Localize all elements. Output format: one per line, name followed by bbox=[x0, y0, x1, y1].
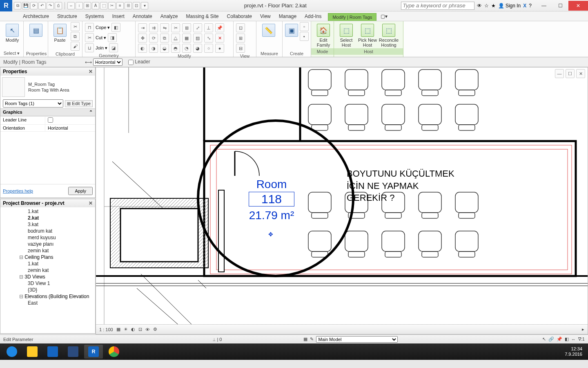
qat-save-icon[interactable]: 💾 bbox=[22, 2, 29, 9]
copy-icon[interactable]: ⧉ bbox=[71, 32, 80, 41]
array-icon[interactable]: ⊞ bbox=[182, 23, 191, 32]
browser-item[interactable]: bodrum kat bbox=[0, 228, 95, 234]
props-section-graphics[interactable]: Graphics⌃ bbox=[0, 108, 95, 116]
signin-button[interactable]: 👤 Sign In bbox=[498, 3, 521, 9]
browser-item[interactable]: 3.kat bbox=[0, 221, 95, 228]
apply-button[interactable]: Apply bbox=[68, 187, 93, 195]
cut-icon[interactable]: ✂ bbox=[71, 22, 80, 31]
qat-thin-icon[interactable]: ≡ bbox=[116, 2, 124, 9]
pin-icon[interactable]: 📌 bbox=[215, 23, 224, 32]
mod-c-icon[interactable]: ◒ bbox=[160, 44, 169, 53]
create-a-icon[interactable]: ▫ bbox=[300, 22, 309, 31]
infocenter-icon[interactable]: 👁 bbox=[477, 3, 482, 9]
mod-f-icon[interactable]: ◕ bbox=[193, 44, 202, 53]
browser-item[interactable]: {3D} bbox=[0, 287, 95, 293]
design-option-select[interactable]: Main Model bbox=[316, 336, 398, 343]
browser-item[interactable]: vaziye planı bbox=[0, 241, 95, 247]
instance-selector[interactable]: Room Tags (1) bbox=[3, 99, 63, 108]
minimize-button[interactable]: — bbox=[536, 1, 552, 11]
taskbar-clock[interactable]: 12:347.9.2016 bbox=[565, 346, 586, 357]
leader-checkbox-label[interactable]: Leader bbox=[128, 59, 150, 65]
help-icon[interactable]: ? bbox=[529, 3, 532, 9]
mod-h-icon[interactable]: ● bbox=[215, 44, 224, 53]
align-icon[interactable]: ⇥ bbox=[138, 23, 147, 32]
room-number[interactable]: 118 bbox=[249, 192, 294, 206]
taskbar-app2[interactable] bbox=[64, 345, 82, 359]
taskbar-ie[interactable] bbox=[2, 345, 21, 359]
close-button[interactable]: ✕ bbox=[568, 1, 588, 11]
qat-tag-icon[interactable]: ⊞ bbox=[84, 2, 91, 9]
browser-item[interactable]: merd kuyusu bbox=[0, 234, 95, 241]
split-icon[interactable]: ✂ bbox=[171, 23, 180, 32]
tab-modify-roomtags[interactable]: Modify | Room Tags bbox=[328, 13, 376, 21]
create-b-icon[interactable]: ▪ bbox=[300, 32, 309, 41]
tab-insert[interactable]: Insert bbox=[108, 12, 129, 21]
vc-style-icon[interactable]: ☀ bbox=[124, 327, 128, 332]
tab-addins[interactable]: Add-Ins bbox=[301, 12, 325, 21]
sb-select-icon[interactable]: ↖ bbox=[542, 337, 546, 342]
orientation-select[interactable]: Horizontal bbox=[93, 58, 122, 66]
ungroup-icon[interactable]: ▨ bbox=[193, 34, 202, 43]
mod-d-icon[interactable]: ◓ bbox=[171, 44, 180, 53]
browser-item[interactable]: East bbox=[0, 300, 95, 306]
matchtype-icon[interactable]: 🖌 bbox=[71, 42, 80, 51]
taskbar-revit[interactable]: R bbox=[84, 345, 103, 359]
qat-text-icon[interactable]: A bbox=[92, 2, 99, 9]
browser-item[interactable]: 3D View 1 bbox=[0, 280, 95, 287]
tab-structure[interactable]: Structure bbox=[53, 12, 81, 21]
cutgeom-icon[interactable]: ✂ bbox=[85, 33, 94, 42]
scale-icon[interactable]: ⤢ bbox=[193, 23, 202, 32]
edit-type-button[interactable]: ⊞ Edit Type bbox=[65, 100, 93, 107]
view-c-icon[interactable]: ⊟ bbox=[236, 44, 245, 53]
type-selector[interactable]: M_Room TagRoom Tag With Area bbox=[0, 76, 95, 99]
sb-face-icon[interactable]: ◧ bbox=[565, 337, 569, 342]
search-input[interactable] bbox=[401, 2, 474, 10]
view-scale[interactable]: 1 : 100 bbox=[99, 327, 113, 332]
browser-item[interactable]: zemin kat bbox=[0, 267, 95, 274]
leader-checkbox[interactable] bbox=[128, 60, 134, 65]
browser-item[interactable]: 2.kat bbox=[0, 215, 95, 221]
rotate-icon[interactable]: ⟳ bbox=[149, 34, 158, 43]
taskbar-chrome[interactable] bbox=[105, 345, 123, 359]
sb-drag-icon[interactable]: ↔ bbox=[571, 337, 576, 342]
join-icon[interactable]: ⊔ bbox=[85, 43, 94, 52]
edit-family-button[interactable]: 🏠Edit Family bbox=[314, 22, 333, 47]
extend-icon[interactable]: ⤡ bbox=[204, 34, 213, 43]
qat-open-icon[interactable]: ⧉ bbox=[14, 2, 21, 9]
drawing-canvas[interactable]: Room 118 21.79 m² ✥ BOYUTUNU KÜÇÜLTMEK İ… bbox=[96, 67, 588, 334]
favorite-icon[interactable]: ★ bbox=[491, 3, 496, 9]
qat-sync-icon[interactable]: ⟳ bbox=[30, 2, 38, 9]
editreq-icon[interactable]: ✎ bbox=[310, 337, 314, 342]
tab-collaborate[interactable]: Collaborate bbox=[223, 12, 256, 21]
vc-crop-icon[interactable]: ⊡ bbox=[138, 327, 142, 332]
cope-icon[interactable]: ⊓ bbox=[85, 23, 94, 32]
qat-redo-icon[interactable]: ↷ bbox=[47, 2, 54, 9]
viewnav-max-icon[interactable]: ☐ bbox=[566, 69, 575, 78]
qat-measure-icon[interactable]: ↔ bbox=[67, 2, 75, 9]
tab-massing[interactable]: Massing & Site bbox=[182, 12, 223, 21]
ribbon-collapse-icon[interactable]: ▢▾ bbox=[376, 12, 392, 21]
leaderline-checkbox[interactable] bbox=[48, 117, 53, 123]
reconcile-button[interactable]: ⬚Reconcile Hosting bbox=[379, 22, 399, 47]
properties-button[interactable]: ▤ bbox=[26, 22, 46, 37]
copy-mod-icon[interactable]: ⧉ bbox=[160, 34, 169, 43]
view-b-icon[interactable]: ⊞ bbox=[236, 34, 245, 43]
modify-tool-button[interactable]: ↖Modify bbox=[2, 22, 22, 43]
browser-item[interactable]: zemin kat bbox=[0, 247, 95, 254]
tab-view[interactable]: View bbox=[256, 12, 275, 21]
qat-section-icon[interactable]: ✂ bbox=[108, 2, 116, 9]
taskbar-explorer[interactable] bbox=[23, 345, 42, 359]
mirror-icon[interactable]: ⇋ bbox=[160, 23, 169, 32]
view-a-icon[interactable]: ⊡ bbox=[236, 23, 245, 32]
communicate-icon[interactable]: ☆ bbox=[484, 3, 489, 9]
tab-systems[interactable]: Systems bbox=[81, 12, 108, 21]
qat-dropdown-icon[interactable]: ▾ bbox=[141, 2, 148, 9]
mod-a-icon[interactable]: ◐ bbox=[138, 44, 147, 53]
qat-close-icon[interactable]: ☰ bbox=[125, 2, 132, 9]
move-drag-icon[interactable]: ✥ bbox=[268, 231, 273, 238]
browser-tree[interactable]: 1.kat2.kat3.katbodrum katmerd kuyusuvazi… bbox=[0, 207, 95, 333]
tab-architecture[interactable]: Architecture bbox=[19, 12, 53, 21]
trim-icon[interactable]: ⊥ bbox=[204, 23, 213, 32]
join-opt-icon[interactable]: ◪ bbox=[109, 43, 118, 52]
mod-e-icon[interactable]: ◔ bbox=[182, 44, 191, 53]
